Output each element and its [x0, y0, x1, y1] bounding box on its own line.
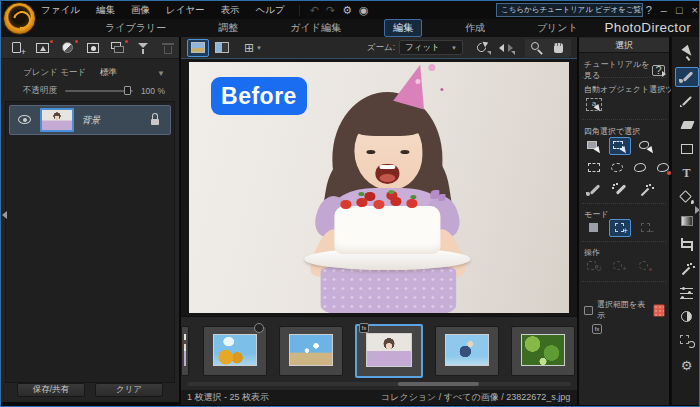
selection-move-icon[interactable]	[609, 137, 631, 155]
module-tab[interactable]: ガイド編集	[281, 19, 350, 37]
menu-item[interactable]: 画像	[131, 4, 150, 17]
layer-thumbnail[interactable]	[40, 108, 74, 132]
filmstrip-thumbnail-oranges[interactable]: fx	[203, 326, 267, 376]
clear-button[interactable]: クリア	[95, 383, 163, 397]
photo-image[interactable]: Before	[189, 62, 569, 313]
redo-icon[interactable]: ↷	[326, 5, 335, 16]
opacity-slider-knob[interactable]	[124, 86, 131, 95]
adjustment-layer-icon[interactable]	[57, 39, 79, 57]
lasso-move-icon[interactable]	[635, 137, 657, 155]
filmstrip-thumbnail-beach[interactable]: fx	[279, 326, 343, 376]
delete-layer-icon[interactable]	[157, 39, 179, 57]
rect-select-label: 四角選択で選択	[584, 126, 640, 137]
layer-lock-icon[interactable]	[146, 112, 164, 128]
show-selection-checkbox[interactable]	[584, 306, 593, 315]
rotate-icon[interactable]	[471, 39, 493, 57]
filmstrip-thumbnail-girl-cake[interactable]: fx	[355, 324, 423, 378]
gradient-tool-icon[interactable]	[675, 211, 699, 231]
add-layer-icon[interactable]	[7, 39, 29, 57]
ellipse-marquee-icon[interactable]	[606, 159, 628, 177]
menu-item[interactable]: ヘルプ	[256, 4, 285, 17]
expand-selection-icon[interactable]	[609, 257, 631, 275]
opacity-slider[interactable]	[65, 90, 133, 92]
view-compare-icon[interactable]	[211, 39, 233, 57]
minimize-button[interactable]: –	[661, 5, 667, 16]
layer-visibility-eye-icon[interactable]	[16, 112, 34, 128]
tone-tool-icon[interactable]	[675, 307, 699, 327]
mode-subtract-selection-icon[interactable]	[635, 219, 657, 237]
auto-object-select-icon[interactable]: a	[583, 95, 605, 113]
preferences-icon[interactable]: ⚙	[675, 355, 699, 375]
layer-group-icon[interactable]	[107, 39, 129, 57]
menu-item[interactable]: 表示	[221, 4, 240, 17]
freehand-lasso-icon[interactable]	[629, 159, 651, 177]
help-button[interactable]: ?	[646, 5, 652, 16]
settings-gear-icon[interactable]: ⚙	[342, 5, 352, 16]
module-tab[interactable]: 調整	[209, 19, 247, 37]
rect-marquee-icon[interactable]	[583, 159, 605, 177]
photo-canvas[interactable]: Before	[181, 59, 577, 316]
chevron-down-icon[interactable]: ▼	[157, 69, 165, 78]
viewer-toolbar: ⊞ ▼ ズーム: フィット ▼	[181, 37, 577, 59]
selection-brush-tool-icon[interactable]	[675, 67, 699, 87]
close-button[interactable]: ×	[692, 5, 698, 16]
grid-overlay-icon[interactable]: ⊞ ▼	[241, 39, 263, 57]
zoom-tool-icon[interactable]	[526, 39, 548, 57]
panel-collapse-icon[interactable]	[2, 211, 7, 219]
mode-new-selection-icon[interactable]	[583, 219, 605, 237]
scrollbar-thumb[interactable]	[398, 382, 479, 386]
menu-item[interactable]: レイヤー	[166, 4, 205, 17]
mode-add-selection-icon[interactable]	[609, 219, 631, 237]
shape-tool-icon[interactable]	[675, 139, 699, 159]
eraser-tool-icon[interactable]	[675, 115, 699, 135]
fill-tool-icon[interactable]	[675, 187, 699, 207]
pan-tool-icon[interactable]	[548, 39, 570, 57]
title-bar: ファイル編集画像レイヤー表示ヘルプ ↶↷⚙◉ こちらからチュートリアル ビデオを…	[1, 1, 700, 19]
module-tab[interactable]: ライブラリー	[96, 19, 175, 37]
select-tool-icon[interactable]	[675, 43, 699, 63]
module-tab[interactable]: プリント	[528, 19, 587, 37]
view-edit-only-icon[interactable]	[187, 39, 209, 57]
zoom-dropdown[interactable]: フィット ▼	[399, 40, 463, 55]
save-share-button[interactable]: 保存/共有	[17, 383, 85, 397]
flyout-arrow-icon[interactable]	[695, 206, 700, 214]
module-tab[interactable]: 編集	[384, 19, 422, 37]
smart-brush-icon[interactable]	[609, 181, 631, 199]
transform-tool-icon[interactable]	[675, 331, 699, 351]
selection-color-swatch[interactable]	[653, 304, 665, 317]
filter-layers-icon[interactable]	[132, 39, 154, 57]
crop-tool-icon[interactable]	[675, 235, 699, 255]
maximize-button[interactable]: □	[676, 5, 683, 16]
filmstrip-scrollbar[interactable]	[187, 382, 571, 386]
feather-selection-icon[interactable]	[635, 257, 657, 275]
brand-logo: PhotoDirector	[605, 20, 691, 35]
layers-panel: ブレンド モード 標準 ▼ 不透明度 100 % 背景 保存/共有 クリア	[1, 37, 179, 402]
filmstrip-thumbnail-partial-left[interactable]: fx	[181, 326, 189, 376]
blend-mode-value[interactable]: 標準	[100, 67, 117, 79]
add-image-layer-icon[interactable]	[32, 39, 54, 57]
account-icon[interactable]: ◉	[359, 5, 369, 16]
undo-icon[interactable]: ↶	[310, 5, 319, 16]
magic-wand-icon[interactable]	[635, 181, 657, 199]
module-tab[interactable]: 作成	[456, 19, 494, 37]
module-tab-bar: ライブラリー調整ガイド編集編集作成プリント PhotoDirector	[1, 19, 700, 37]
filmstrip-thumbnail-leaves[interactable]: fx	[511, 326, 575, 376]
mask-layer-icon[interactable]	[82, 39, 104, 57]
invert-selection-icon[interactable]	[583, 257, 605, 275]
opacity-label: 不透明度	[23, 85, 57, 97]
text-tool-icon[interactable]: T	[675, 163, 699, 183]
flip-icon[interactable]	[495, 39, 517, 57]
fx-badge-icon: fx	[359, 323, 369, 333]
filmstrip-thumbnail-father-child[interactable]: fx	[435, 326, 499, 376]
status-bar: 1 枚選択 - 25 枚表示 コレクション / すべての画像 / 2382267…	[181, 390, 577, 405]
menu-item[interactable]: ファイル	[41, 4, 80, 17]
marquee-move-icon[interactable]	[583, 137, 605, 155]
selection-brush-icon[interactable]	[583, 181, 605, 199]
selection-panel: 選択 チュートリアルを見る ? 自動オブジェクト選択ツール a 四角選択で選択 …	[579, 37, 669, 405]
pen-tool-icon[interactable]	[675, 91, 699, 111]
removal-tool-icon[interactable]	[675, 259, 699, 279]
adjustment-tool-icon[interactable]	[675, 283, 699, 303]
menu-item[interactable]: 編集	[96, 4, 115, 17]
selection-tools-row-3	[583, 181, 657, 199]
layer-row-background[interactable]: 背景	[9, 105, 171, 135]
